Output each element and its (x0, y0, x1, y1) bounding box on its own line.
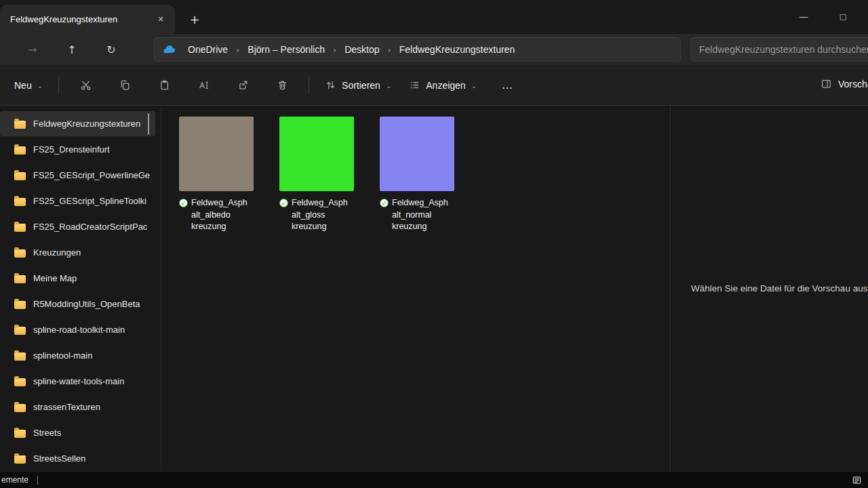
sidebar-item[interactable]: FeldwegKreuzungstexturen (0, 111, 155, 136)
folder-icon (14, 378, 26, 386)
file-list: ✓ Feldweg_Asph alt_albedo kreuzung ✓ Fel… (161, 106, 670, 471)
chevron-down-icon: ⌄ (37, 82, 43, 89)
file-thumbnail (380, 117, 454, 191)
breadcrumb[interactable]: OneDrive › Björn – Persönlich › Desktop … (153, 37, 681, 62)
sidebar-scrollbar[interactable] (148, 113, 149, 135)
folder-icon (14, 301, 26, 309)
status-bar: emente (0, 471, 868, 488)
preview-toggle-label: Vorschau (838, 79, 868, 89)
explorer-tab[interactable]: FeldwegKreuzungstexturen ✕ (0, 5, 175, 34)
sidebar-item[interactable]: strassenTexturen (0, 394, 155, 420)
onedrive-icon (162, 44, 177, 55)
title-bar: FeldwegKreuzungstexturen ✕ + — □ (0, 0, 868, 34)
sort-button[interactable]: Sortieren ⌄ (316, 73, 400, 97)
list-view-icon (852, 475, 862, 485)
scissors-icon (80, 79, 92, 91)
folder-icon (14, 275, 26, 283)
trash-icon (277, 79, 288, 91)
delete-button[interactable] (269, 72, 296, 99)
preview-placeholder-text: Wählen Sie eine Datei für die Vorschau a… (671, 283, 868, 293)
sort-button-label: Sortieren (342, 80, 380, 91)
breadcrumb-item[interactable]: Björn – Persönlich (243, 41, 330, 58)
content-area: FeldwegKreuzungstexturen FS25_Drensteinf… (0, 106, 868, 471)
file-name: Feldweg_Asph alt_gloss kreuzung (292, 197, 348, 233)
file-item[interactable]: ✓ Feldweg_Asph alt_gloss kreuzung (279, 117, 355, 233)
chevron-right-icon: › (384, 45, 395, 55)
file-item[interactable]: ✓ Feldweg_Asph alt_normal kreuzung (380, 117, 456, 233)
file-name: Feldweg_Asph alt_albedo kreuzung (191, 197, 248, 233)
sidebar-item[interactable]: Streets (0, 420, 155, 445)
paste-icon (159, 79, 170, 91)
sync-status-icon: ✓ (380, 199, 389, 207)
folder-icon (14, 249, 26, 258)
view-icon (409, 79, 420, 91)
toolbar-divider (309, 77, 309, 94)
sidebar-item[interactable]: FS25_GEScript_PowerlineGe (0, 163, 155, 188)
more-options-button[interactable]: … (495, 73, 519, 98)
chevron-down-icon: ⌄ (471, 82, 477, 89)
file-item[interactable]: ✓ Feldweg_Asph alt_albedo kreuzung (179, 117, 255, 233)
folder-icon (14, 172, 26, 180)
file-name: Feldweg_Asph alt_normal kreuzung (392, 197, 448, 233)
copy-button[interactable] (111, 72, 138, 99)
tab-close-icon[interactable]: ✕ (152, 11, 170, 28)
sidebar-item[interactable]: splinetool-main (0, 343, 155, 368)
paste-button[interactable] (151, 72, 178, 99)
new-button[interactable]: Neu ⌄ (5, 74, 52, 97)
folder-icon (14, 146, 26, 155)
sidebar-item[interactable]: StreetsSellen (0, 446, 155, 471)
rename-icon (198, 79, 210, 91)
file-thumbnail (279, 117, 354, 191)
maximize-button[interactable]: □ (827, 0, 859, 33)
preview-pane-icon (821, 78, 832, 89)
sidebar-item[interactable]: spline-water-tools-main (0, 369, 155, 394)
folder-icon (14, 430, 26, 438)
view-button-label: Anzeigen (426, 80, 465, 91)
up-icon[interactable]: ↑ (60, 38, 84, 61)
new-button-label: Neu (14, 80, 32, 91)
folder-icon (14, 198, 26, 206)
sidebar-item[interactable]: FS25_GEScript_SplineToolki (0, 188, 155, 214)
sidebar-item[interactable]: Kreuzungen (0, 240, 155, 265)
preview-pane: Wählen Sie eine Datei für die Vorschau a… (670, 106, 868, 471)
new-tab-button[interactable]: + (184, 9, 205, 29)
chevron-right-icon: › (233, 45, 243, 55)
share-button[interactable] (229, 72, 256, 99)
sidebar-item[interactable]: Meine Map (0, 266, 155, 291)
cut-button[interactable] (72, 72, 99, 99)
search-input[interactable] (699, 44, 868, 55)
preview-toggle-button[interactable]: Vorschau (818, 73, 868, 95)
tab-title: FeldwegKreuzungstexturen (10, 14, 152, 24)
refresh-icon[interactable]: ↻ (99, 38, 123, 61)
copy-icon (119, 79, 131, 91)
sidebar-item[interactable]: FS25_RoadCreatorScriptPac (0, 214, 155, 239)
view-button[interactable]: Anzeigen ⌄ (400, 73, 486, 97)
folder-icon (14, 352, 26, 361)
navigation-bar: → ↑ ↻ OneDrive › Björn – Persönlich › De… (0, 34, 868, 65)
chevron-down-icon: ⌄ (386, 82, 391, 89)
folder-icon (14, 327, 26, 335)
breadcrumb-item[interactable]: FeldwegKreuzungstexturen (395, 41, 519, 58)
toolbar-divider (58, 77, 59, 94)
share-icon (237, 79, 249, 91)
sync-status-icon: ✓ (279, 199, 288, 207)
rename-button[interactable] (190, 72, 217, 99)
item-count-text: emente (0, 475, 28, 485)
statusbar-divider (37, 476, 38, 485)
breadcrumb-item[interactable]: OneDrive (183, 41, 233, 58)
folder-icon (14, 121, 26, 129)
details-view-toggle[interactable] (852, 475, 862, 485)
minimize-button[interactable]: — (788, 0, 819, 33)
sort-icon (325, 79, 336, 91)
sync-status-icon: ✓ (179, 199, 188, 207)
sidebar-item[interactable]: FS25_Drensteinfurt (0, 137, 155, 162)
sidebar-item[interactable]: spline-road-toolkit-main (0, 317, 155, 342)
breadcrumb-item[interactable]: Desktop (340, 41, 384, 58)
file-explorer-window: FeldwegKreuzungstexturen ✕ + — □ → ↑ ↻ O… (0, 0, 868, 488)
file-thumbnail (179, 117, 254, 191)
folder-icon (14, 224, 26, 232)
sidebar-item[interactable]: R5ModdingUtils_OpenBeta (0, 291, 155, 317)
forward-icon[interactable]: → (20, 38, 45, 61)
chevron-right-icon: › (330, 45, 340, 55)
search-box (690, 37, 868, 62)
